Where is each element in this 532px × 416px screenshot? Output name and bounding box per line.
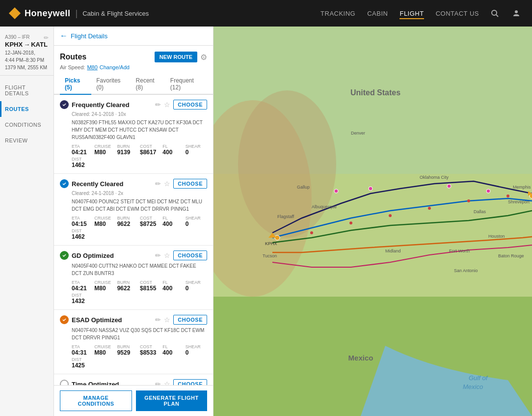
svg-text:Albuquerque: Albuquerque	[312, 204, 337, 209]
sidebar-item-routes[interactable]: ROUTES	[0, 101, 53, 117]
sidebar-item-review[interactable]: REVIEW	[0, 133, 53, 148]
nav-contact[interactable]: CONTACT US	[436, 8, 479, 19]
edit-route-icon[interactable]: ✏	[155, 101, 161, 109]
flight-details-header: ← Flight Details	[54, 27, 213, 46]
top-nav: Honeywell | Cabin & Flight Services TRAC…	[0, 0, 532, 27]
route-status-recently-cleared[interactable]	[60, 179, 69, 188]
svg-text:Flagstaff: Flagstaff	[277, 214, 294, 219]
svg-text:Midland: Midland	[385, 249, 401, 253]
edit-route-gd-icon[interactable]: ✏	[155, 251, 161, 259]
sidebar-item-flight-details[interactable]: FLIGHT DETAILS	[0, 80, 53, 101]
svg-text:Gallup: Gallup	[297, 185, 310, 190]
flight-route: KPHX → KATL	[5, 41, 44, 48]
routes-panel: ← Flight Details Routes NEW ROUTE ⚙ Air …	[54, 27, 213, 416]
route-stats-gd-optimized: ETA04:21 CRUISEM80 BURN9622 COST$8155 FL…	[72, 280, 207, 305]
nav-flight[interactable]: FLIGHT	[399, 8, 424, 19]
svg-point-25	[486, 189, 490, 193]
tab-recent[interactable]: Recent (8)	[131, 74, 165, 95]
star-route-icon[interactable]: ☆	[164, 101, 170, 109]
flight-time: 4:44 PM–8:30 PM	[5, 56, 49, 64]
sidebar-item-conditions[interactable]: CONDITIONS	[0, 117, 53, 133]
svg-point-22	[334, 189, 338, 193]
flight-distance: 1379 NM, 2555 KM	[5, 64, 49, 71]
route-stats-esad-optimized: ETA04:31 CRUISEM80 BURN9529 COST$8533 FL…	[72, 344, 207, 369]
map-svg: Gulf of Mexico United States Mexico	[213, 27, 532, 416]
app-name: Honeywell	[25, 8, 71, 19]
svg-point-18	[389, 214, 392, 217]
svg-text:Memphis: Memphis	[513, 185, 531, 190]
route-status-gd-optimized[interactable]	[60, 251, 69, 260]
flight-from: KPHX	[5, 41, 23, 48]
star-route-recently-icon[interactable]: ☆	[164, 180, 170, 188]
svg-marker-0	[9, 7, 21, 19]
svg-point-1	[492, 10, 497, 15]
route-waypoints-esad-optimized: N0407F400 NASSA2 VUZ Q30 SQS DCT KF18C D…	[72, 327, 207, 341]
edit-route-esad-icon[interactable]: ✏	[155, 316, 161, 324]
svg-text:Gulf of: Gulf of	[469, 374, 488, 382]
nav-tracking[interactable]: TRACKING	[320, 8, 355, 19]
routes-header: Routes NEW ROUTE ⚙ Air Speed: M80 Change…	[54, 46, 213, 74]
choose-button-gd-optimized[interactable]: CHOOSE	[173, 250, 207, 260]
route-status-time-optimized[interactable]	[60, 380, 69, 385]
search-button[interactable]	[487, 5, 503, 21]
user-button[interactable]	[508, 5, 524, 21]
tab-favorites[interactable]: Favorites (0)	[91, 74, 131, 95]
svg-text:Tucson: Tucson	[263, 253, 277, 258]
flight-details-link[interactable]: Flight Details	[71, 32, 107, 40]
svg-text:Houston: Houston	[488, 234, 505, 239]
svg-text:Oklahoma City: Oklahoma City	[420, 175, 449, 180]
star-route-gd-icon[interactable]: ☆	[164, 251, 170, 259]
flight-date: 12-JAN-2018,	[5, 49, 49, 56]
svg-text:Denver: Denver	[351, 131, 365, 136]
edit-route-time-icon[interactable]: ✏	[155, 380, 161, 385]
tab-picks[interactable]: Picks (5)	[60, 74, 91, 95]
generate-flight-plan-button[interactable]: GENERATE FLIGHT PLAN	[136, 390, 207, 411]
route-status-frequently-cleared[interactable]	[60, 100, 69, 109]
nav-cabin[interactable]: CABIN	[367, 8, 388, 19]
flight-type: A390 – IFR	[5, 34, 44, 40]
route-cleared-frequently-cleared: Cleared: 24-1-2018 · 10x	[72, 111, 207, 117]
route-name-recently-cleared: Recently Cleared	[72, 180, 124, 188]
nav-icons	[487, 5, 524, 21]
nav-divider: |	[76, 8, 78, 19]
choose-button-esad-optimized[interactable]: CHOOSE	[173, 315, 207, 325]
route-status-esad-optimized[interactable]	[60, 315, 69, 324]
app-subtitle: Cabin & Flight Services	[82, 10, 149, 17]
back-arrow-icon[interactable]: ←	[60, 31, 68, 40]
svg-text:Dallas: Dallas	[474, 209, 486, 214]
svg-text:San Antonio: San Antonio	[454, 268, 478, 273]
star-route-time-icon[interactable]: ☆	[164, 380, 170, 385]
star-route-esad-icon[interactable]: ☆	[164, 316, 170, 324]
route-name-frequently-cleared: Frequently Cleared	[72, 101, 130, 109]
route-esad-optimized: ESAD Optimized ✏ ☆ CHOOSE N0407F400 NASS…	[54, 310, 213, 374]
routes-title-actions: NEW ROUTE ⚙	[155, 52, 207, 62]
choose-button-frequently-cleared[interactable]: CHOOSE	[173, 100, 207, 110]
routes-tabs: Picks (5) Favorites (0) Recent (8) Frequ…	[54, 74, 213, 95]
edit-route-recently-icon[interactable]: ✏	[155, 180, 161, 188]
edit-icon[interactable]: ✏	[44, 34, 49, 41]
new-route-button[interactable]: NEW ROUTE	[155, 52, 197, 62]
route-name-esad-optimized: ESAD Optimized	[72, 316, 122, 324]
svg-line-2	[496, 15, 498, 17]
tab-frequent[interactable]: Frequent (12)	[165, 74, 207, 95]
flight-info: ✏ A390 – IFR KPHX → KATL 12-JAN-2018, 4:…	[0, 30, 53, 76]
air-speed-value[interactable]: M80	[87, 64, 97, 70]
main-layout: ✏ A390 – IFR KPHX → KATL 12-JAN-2018, 4:…	[0, 27, 532, 416]
choose-button-time-optimized[interactable]: CHOOSE	[173, 379, 207, 385]
manage-conditions-button[interactable]: MANAGE CONDITIONS	[60, 390, 132, 411]
svg-point-23	[369, 187, 372, 191]
route-stats-frequently-cleared: ETA04:21 CRUISEM80 BURN9139 COST$8617 FL…	[72, 144, 207, 168]
svg-point-21	[506, 194, 509, 197]
route-name-gd-optimized: GD Optimized	[72, 252, 114, 259]
svg-point-24	[447, 184, 451, 188]
svg-point-3	[515, 10, 518, 13]
route-name-time-optimized: Time Optimized	[72, 381, 119, 386]
air-speed-label: Air Speed:	[60, 64, 85, 70]
svg-point-20	[467, 199, 470, 202]
settings-icon[interactable]: ⚙	[200, 53, 207, 62]
change-add-link[interactable]: Change/Add	[100, 64, 130, 70]
flight-to: KATL	[31, 41, 48, 48]
choose-button-recently-cleared[interactable]: CHOOSE	[173, 179, 207, 189]
routes-footer: MANAGE CONDITIONS GENERATE FLIGHT PLAN	[54, 385, 213, 416]
route-waypoints-frequently-cleared: N0382F390 FTHL55 MAXXO DCT KA27U DCT KF3…	[72, 119, 207, 141]
